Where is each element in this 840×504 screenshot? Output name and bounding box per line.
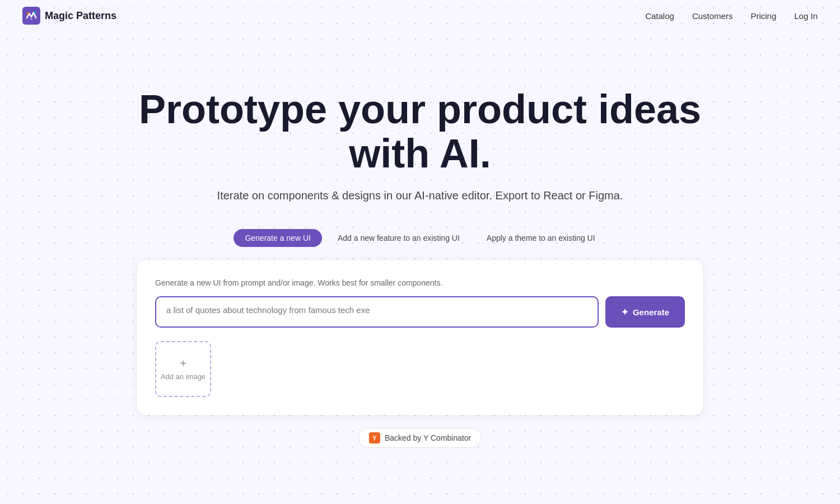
tab-apply-theme[interactable]: Apply a theme to an existing UI	[475, 229, 606, 247]
svg-point-3	[30, 18, 32, 20]
image-upload-label: Add an image	[161, 372, 206, 381]
generate-label: Generate	[633, 307, 669, 317]
tab-generate[interactable]: Generate a new UI	[234, 229, 322, 247]
tab-row: Generate a new UI Add a new feature to a…	[234, 229, 606, 247]
logo-icon	[22, 7, 40, 25]
plus-icon: +	[180, 357, 186, 370]
tab-add-feature[interactable]: Add a new feature to an existing UI	[326, 229, 471, 247]
nav-catalog[interactable]: Catalog	[645, 11, 674, 21]
nav-customers[interactable]: Customers	[692, 11, 733, 21]
nav-links: Catalog Customers Pricing Log In	[645, 11, 818, 21]
nav-login[interactable]: Log In	[794, 11, 818, 21]
main-content: Prototype your product ideas with AI. It…	[0, 31, 840, 415]
navbar: Magic Patterns Catalog Customers Pricing…	[0, 0, 840, 31]
prompt-input[interactable]	[155, 296, 599, 328]
image-upload-area[interactable]: + Add an image	[155, 341, 211, 397]
yc-logo: Y	[369, 432, 380, 444]
svg-point-2	[34, 11, 36, 13]
logo-text: Magic Patterns	[45, 10, 116, 22]
yc-label: Backed by Y Combinator	[385, 433, 471, 442]
input-row: ✦ Generate	[155, 296, 685, 328]
generate-icon: ✦	[621, 307, 628, 318]
card-description: Generate a new UI from prompt and/or ima…	[155, 278, 685, 287]
generator-card: Generate a new UI from prompt and/or ima…	[137, 260, 703, 415]
svg-point-1	[27, 12, 29, 15]
yc-badge: Y Backed by Y Combinator	[358, 428, 482, 448]
generate-button[interactable]: ✦ Generate	[605, 296, 685, 328]
hero-subtitle: Iterate on components & designs in our A…	[217, 189, 623, 202]
logo-link[interactable]: Magic Patterns	[22, 7, 116, 25]
hero-title: Prototype your product ideas with AI.	[112, 87, 728, 176]
nav-pricing[interactable]: Pricing	[750, 11, 776, 21]
